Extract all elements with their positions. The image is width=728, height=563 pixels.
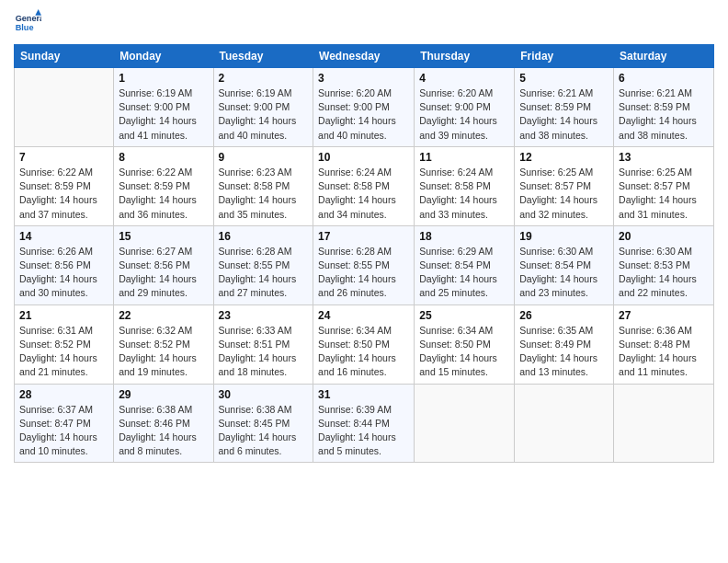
day-number: 13 bbox=[619, 151, 709, 164]
day-number: 24 bbox=[318, 309, 409, 322]
day-info: Sunrise: 6:38 AM Sunset: 8:46 PM Dayligh… bbox=[119, 403, 208, 459]
calendar-cell: 20Sunrise: 6:30 AM Sunset: 8:53 PM Dayli… bbox=[614, 225, 714, 304]
day-info: Sunrise: 6:22 AM Sunset: 8:59 PM Dayligh… bbox=[119, 166, 208, 222]
day-number: 9 bbox=[219, 151, 309, 164]
day-number: 26 bbox=[519, 309, 609, 322]
calendar-cell: 3Sunrise: 6:20 AM Sunset: 9:00 PM Daylig… bbox=[313, 68, 415, 147]
calendar-cell: 16Sunrise: 6:28 AM Sunset: 8:55 PM Dayli… bbox=[213, 225, 313, 304]
calendar-cell: 26Sunrise: 6:35 AM Sunset: 8:49 PM Dayli… bbox=[515, 304, 614, 384]
day-info: Sunrise: 6:36 AM Sunset: 8:48 PM Dayligh… bbox=[619, 324, 709, 380]
day-info: Sunrise: 6:32 AM Sunset: 8:52 PM Dayligh… bbox=[119, 324, 208, 380]
day-number: 19 bbox=[519, 230, 609, 243]
calendar-cell: 22Sunrise: 6:32 AM Sunset: 8:52 PM Dayli… bbox=[114, 304, 213, 384]
calendar-cell: 31Sunrise: 6:39 AM Sunset: 8:44 PM Dayli… bbox=[313, 384, 415, 463]
day-info: Sunrise: 6:21 AM Sunset: 8:59 PM Dayligh… bbox=[619, 86, 709, 143]
day-number: 4 bbox=[419, 72, 509, 85]
calendar-cell: 14Sunrise: 6:26 AM Sunset: 8:56 PM Dayli… bbox=[15, 225, 114, 304]
calendar-cell: 4Sunrise: 6:20 AM Sunset: 9:00 PM Daylig… bbox=[415, 68, 515, 147]
day-number: 1 bbox=[119, 72, 208, 85]
calendar-table: SundayMondayTuesdayWednesdayThursdayFrid… bbox=[14, 44, 714, 463]
calendar-cell bbox=[515, 384, 614, 463]
day-info: Sunrise: 6:24 AM Sunset: 8:58 PM Dayligh… bbox=[318, 166, 409, 222]
day-number: 20 bbox=[619, 230, 709, 243]
day-number: 2 bbox=[219, 72, 309, 85]
day-info: Sunrise: 6:24 AM Sunset: 8:58 PM Dayligh… bbox=[419, 166, 509, 222]
calendar-cell: 13Sunrise: 6:25 AM Sunset: 8:57 PM Dayli… bbox=[614, 146, 714, 225]
day-header-thursday: Thursday bbox=[415, 45, 515, 68]
svg-text:Blue: Blue bbox=[16, 23, 34, 32]
day-header-saturday: Saturday bbox=[614, 45, 714, 68]
day-info: Sunrise: 6:31 AM Sunset: 8:52 PM Dayligh… bbox=[19, 324, 108, 380]
day-info: Sunrise: 6:26 AM Sunset: 8:56 PM Dayligh… bbox=[19, 245, 108, 301]
calendar-cell bbox=[415, 384, 515, 463]
week-row-3: 14Sunrise: 6:26 AM Sunset: 8:56 PM Dayli… bbox=[15, 225, 714, 304]
calendar-cell: 11Sunrise: 6:24 AM Sunset: 8:58 PM Dayli… bbox=[415, 146, 515, 225]
day-number: 31 bbox=[318, 388, 409, 401]
day-number: 28 bbox=[19, 388, 108, 401]
calendar-cell bbox=[614, 384, 714, 463]
day-header-sunday: Sunday bbox=[15, 45, 114, 68]
calendar-cell: 30Sunrise: 6:38 AM Sunset: 8:45 PM Dayli… bbox=[213, 384, 313, 463]
day-number: 18 bbox=[419, 230, 509, 243]
day-info: Sunrise: 6:34 AM Sunset: 8:50 PM Dayligh… bbox=[318, 324, 409, 380]
calendar-cell: 23Sunrise: 6:33 AM Sunset: 8:51 PM Dayli… bbox=[213, 304, 313, 384]
day-info: Sunrise: 6:23 AM Sunset: 8:58 PM Dayligh… bbox=[219, 166, 309, 222]
day-info: Sunrise: 6:38 AM Sunset: 8:45 PM Dayligh… bbox=[219, 403, 309, 459]
day-header-monday: Monday bbox=[114, 45, 213, 68]
day-header-tuesday: Tuesday bbox=[213, 45, 313, 68]
svg-text:General: General bbox=[16, 14, 41, 23]
week-row-1: 1Sunrise: 6:19 AM Sunset: 9:00 PM Daylig… bbox=[15, 68, 714, 147]
day-number: 23 bbox=[219, 309, 309, 322]
day-number: 7 bbox=[19, 151, 108, 164]
day-info: Sunrise: 6:30 AM Sunset: 8:53 PM Dayligh… bbox=[619, 245, 709, 301]
day-number: 10 bbox=[318, 151, 409, 164]
day-number: 25 bbox=[419, 309, 509, 322]
week-row-4: 21Sunrise: 6:31 AM Sunset: 8:52 PM Dayli… bbox=[15, 304, 714, 384]
calendar-cell: 1Sunrise: 6:19 AM Sunset: 9:00 PM Daylig… bbox=[114, 68, 213, 147]
calendar-cell: 21Sunrise: 6:31 AM Sunset: 8:52 PM Dayli… bbox=[15, 304, 114, 384]
day-info: Sunrise: 6:20 AM Sunset: 9:00 PM Dayligh… bbox=[419, 86, 509, 143]
day-info: Sunrise: 6:19 AM Sunset: 9:00 PM Dayligh… bbox=[119, 86, 208, 143]
day-number: 17 bbox=[318, 230, 409, 243]
calendar-cell: 10Sunrise: 6:24 AM Sunset: 8:58 PM Dayli… bbox=[313, 146, 415, 225]
day-info: Sunrise: 6:20 AM Sunset: 9:00 PM Dayligh… bbox=[318, 86, 409, 143]
day-number: 5 bbox=[519, 72, 609, 85]
day-info: Sunrise: 6:39 AM Sunset: 8:44 PM Dayligh… bbox=[318, 403, 409, 459]
logo-icon: General Blue bbox=[14, 9, 41, 37]
calendar-cell bbox=[15, 68, 114, 147]
day-info: Sunrise: 6:35 AM Sunset: 8:49 PM Dayligh… bbox=[519, 324, 609, 380]
day-header-friday: Friday bbox=[515, 45, 614, 68]
calendar-cell: 7Sunrise: 6:22 AM Sunset: 8:59 PM Daylig… bbox=[15, 146, 114, 225]
calendar-cell: 2Sunrise: 6:19 AM Sunset: 9:00 PM Daylig… bbox=[213, 68, 313, 147]
day-info: Sunrise: 6:22 AM Sunset: 8:59 PM Dayligh… bbox=[19, 166, 108, 222]
calendar-cell: 25Sunrise: 6:34 AM Sunset: 8:50 PM Dayli… bbox=[415, 304, 515, 384]
day-number: 11 bbox=[419, 151, 509, 164]
day-info: Sunrise: 6:28 AM Sunset: 8:55 PM Dayligh… bbox=[318, 245, 409, 301]
day-header-wednesday: Wednesday bbox=[313, 45, 415, 68]
header: General Blue bbox=[14, 9, 714, 37]
day-number: 21 bbox=[19, 309, 108, 322]
logo: General Blue bbox=[14, 9, 45, 37]
day-number: 12 bbox=[519, 151, 609, 164]
day-number: 6 bbox=[619, 72, 709, 85]
day-info: Sunrise: 6:25 AM Sunset: 8:57 PM Dayligh… bbox=[619, 166, 709, 222]
header-row: SundayMondayTuesdayWednesdayThursdayFrid… bbox=[15, 45, 714, 68]
day-info: Sunrise: 6:37 AM Sunset: 8:47 PM Dayligh… bbox=[19, 403, 108, 459]
day-number: 30 bbox=[219, 388, 309, 401]
calendar-cell: 8Sunrise: 6:22 AM Sunset: 8:59 PM Daylig… bbox=[114, 146, 213, 225]
day-info: Sunrise: 6:27 AM Sunset: 8:56 PM Dayligh… bbox=[119, 245, 208, 301]
day-number: 8 bbox=[119, 151, 208, 164]
calendar-cell: 15Sunrise: 6:27 AM Sunset: 8:56 PM Dayli… bbox=[114, 225, 213, 304]
day-info: Sunrise: 6:34 AM Sunset: 8:50 PM Dayligh… bbox=[419, 324, 509, 380]
day-number: 14 bbox=[19, 230, 108, 243]
day-number: 22 bbox=[119, 309, 208, 322]
calendar-cell: 5Sunrise: 6:21 AM Sunset: 8:59 PM Daylig… bbox=[515, 68, 614, 147]
calendar-cell: 9Sunrise: 6:23 AM Sunset: 8:58 PM Daylig… bbox=[213, 146, 313, 225]
day-number: 27 bbox=[619, 309, 709, 322]
calendar-cell: 12Sunrise: 6:25 AM Sunset: 8:57 PM Dayli… bbox=[515, 146, 614, 225]
calendar-cell: 27Sunrise: 6:36 AM Sunset: 8:48 PM Dayli… bbox=[614, 304, 714, 384]
day-info: Sunrise: 6:28 AM Sunset: 8:55 PM Dayligh… bbox=[219, 245, 309, 301]
day-number: 3 bbox=[318, 72, 409, 85]
calendar-cell: 28Sunrise: 6:37 AM Sunset: 8:47 PM Dayli… bbox=[15, 384, 114, 463]
week-row-5: 28Sunrise: 6:37 AM Sunset: 8:47 PM Dayli… bbox=[15, 384, 714, 463]
